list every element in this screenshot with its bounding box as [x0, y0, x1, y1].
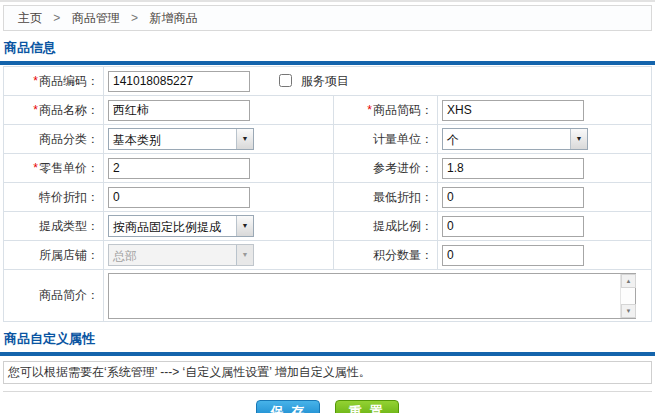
chevron-down-icon: ▼	[570, 129, 587, 149]
scroll-down-icon[interactable]: ▼	[621, 304, 636, 318]
table-row: 特价折扣： 最低折扣：	[4, 183, 652, 212]
breadcrumb-separator: >	[131, 11, 138, 25]
service-item-option[interactable]: 服务项目	[279, 74, 348, 88]
required-marker: *	[33, 74, 38, 88]
unit-select[interactable]: 个 ▼	[442, 128, 588, 150]
table-row: *零售单价： 参考进价：	[4, 154, 652, 183]
special-discount-label: 特价折扣：	[4, 183, 104, 212]
action-button-row: 保 存 重 置	[3, 400, 652, 413]
breadcrumb-home[interactable]: 主页	[18, 11, 42, 25]
commission-ratio-input[interactable]	[442, 216, 584, 237]
ref-purchase-label: 参考进价：	[334, 154, 438, 183]
breadcrumb-separator: >	[53, 11, 60, 25]
section-title-custom-attrs: 商品自定义属性	[4, 330, 652, 348]
required-marker: *	[367, 103, 372, 117]
section-divider-bar	[0, 61, 655, 65]
service-item-label: 服务项目	[301, 74, 349, 88]
commission-type-select-value: 按商品固定比例提成	[109, 216, 236, 236]
description-label: 商品简介：	[4, 270, 104, 322]
custom-attrs-note: 您可以根据需要在‘系统管理’ ---> ‘自定义属性设置’ 增加自定义属性。	[3, 361, 652, 384]
unit-select-value: 个	[443, 129, 570, 149]
product-code-label: *商品编码：	[4, 67, 104, 96]
section-title-product-info: 商品信息	[4, 39, 652, 57]
product-code-input[interactable]	[108, 71, 250, 92]
commission-type-label: 提成类型：	[4, 212, 104, 241]
commission-ratio-label: 提成比例：	[334, 212, 438, 241]
short-code-label: *商品简码：	[334, 96, 438, 125]
category-select[interactable]: 基本类别 ▼	[108, 128, 254, 150]
ref-purchase-input[interactable]	[442, 158, 584, 179]
store-select-value: 总部	[109, 245, 236, 265]
chevron-down-icon: ▼	[236, 245, 253, 265]
divider	[3, 391, 652, 392]
short-code-input[interactable]	[442, 100, 584, 121]
store-select: 总部 ▼	[108, 244, 254, 266]
commission-type-select[interactable]: 按商品固定比例提成 ▼	[108, 215, 254, 237]
table-row: 提成类型： 按商品固定比例提成 ▼ 提成比例：	[4, 212, 652, 241]
store-label: 所属店铺：	[4, 241, 104, 270]
min-discount-input[interactable]	[442, 187, 584, 208]
product-name-label: *商品名称：	[4, 96, 104, 125]
product-name-input[interactable]	[108, 100, 250, 121]
save-button[interactable]: 保 存	[256, 400, 320, 413]
table-row: *商品名称： *商品简码：	[4, 96, 652, 125]
required-marker: *	[33, 161, 38, 175]
retail-price-label: *零售单价：	[4, 154, 104, 183]
unit-label: 计量单位：	[334, 125, 438, 154]
points-label: 积分数量：	[334, 241, 438, 270]
breadcrumb-add-product[interactable]: 新增商品	[149, 11, 197, 25]
min-discount-label: 最低折扣：	[334, 183, 438, 212]
table-row: 所属店铺： 总部 ▼ 积分数量：	[4, 241, 652, 270]
section-divider-bar	[0, 352, 655, 356]
scroll-up-icon[interactable]: ▲	[621, 274, 636, 288]
reset-button[interactable]: 重 置	[335, 400, 399, 413]
chevron-down-icon: ▼	[236, 129, 253, 149]
chevron-down-icon: ▼	[236, 216, 253, 236]
product-info-form: *商品编码： 服务项目 *商品名称： *商品简码：	[3, 66, 652, 322]
table-row: *商品编码： 服务项目	[4, 67, 652, 96]
points-input[interactable]	[442, 245, 584, 266]
special-discount-input[interactable]	[108, 187, 250, 208]
textarea-scrollbar[interactable]: ▲ ▼	[620, 274, 635, 318]
category-label: 商品分类：	[4, 125, 104, 154]
retail-price-input[interactable]	[108, 158, 250, 179]
required-marker: *	[33, 103, 38, 117]
service-item-checkbox[interactable]	[279, 74, 292, 87]
table-row: 商品分类： 基本类别 ▼ 计量单位： 个 ▼	[4, 125, 652, 154]
description-textarea[interactable]	[109, 274, 619, 318]
table-row: 商品简介： ▲ ▼	[4, 270, 652, 322]
category-select-value: 基本类别	[109, 129, 236, 149]
breadcrumb-product-management[interactable]: 商品管理	[72, 11, 120, 25]
breadcrumb: 主页 > 商品管理 > 新增商品	[3, 5, 652, 31]
description-textarea-wrap: ▲ ▼	[108, 273, 636, 319]
